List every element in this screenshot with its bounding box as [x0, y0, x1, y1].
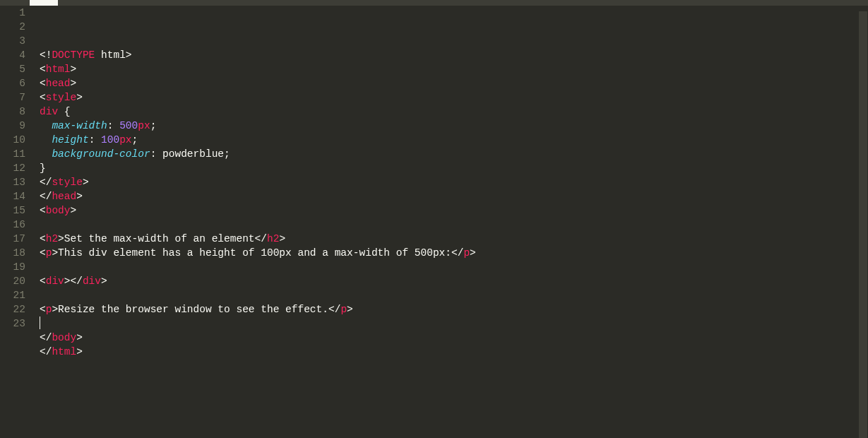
- code-token: ;: [150, 120, 157, 131]
- code-token: >: [76, 346, 83, 357]
- code-token: >: [279, 233, 285, 244]
- code-line[interactable]: <div></div>: [40, 274, 868, 288]
- code-line[interactable]: </head>: [40, 189, 868, 203]
- line-number: 17: [0, 232, 31, 246]
- code-line[interactable]: height: 100px;: [40, 133, 868, 147]
- line-number: 23: [0, 316, 31, 331]
- code-token: <: [40, 247, 46, 259]
- code-token: </: [40, 332, 52, 343]
- code-token: >Resize the browser window to see the ef…: [52, 304, 340, 315]
- code-token: h2: [46, 233, 58, 244]
- active-tab-indicator[interactable]: [30, 0, 58, 6]
- code-line[interactable]: </style>: [40, 175, 868, 189]
- code-token: >: [83, 177, 89, 188]
- line-number: 18: [0, 246, 31, 260]
- code-token: px: [119, 134, 131, 146]
- code-token: body: [52, 332, 76, 343]
- code-line[interactable]: <!DOCTYPE html>: [40, 48, 868, 62]
- code-token: style: [52, 177, 83, 188]
- code-token: :: [89, 134, 101, 146]
- code-line[interactable]: max-width: 500px;: [40, 119, 868, 133]
- line-number: 7: [0, 90, 31, 105]
- code-token: <: [40, 304, 46, 315]
- code-line[interactable]: [40, 316, 868, 331]
- code-token: ></: [64, 276, 83, 287]
- code-token: :: [107, 120, 119, 131]
- code-token: <: [40, 233, 46, 244]
- text-cursor: [40, 316, 40, 329]
- code-token: h2: [267, 233, 279, 244]
- code-token: px: [138, 120, 150, 131]
- code-token: 500: [119, 120, 138, 131]
- code-line[interactable]: [40, 359, 868, 373]
- line-number: 1: [0, 6, 31, 20]
- code-editor[interactable]: 1234567891011121314151617181920212223 <!…: [0, 6, 868, 438]
- line-number: 8: [0, 105, 31, 119]
- code-token: >This div element has a height of 100px …: [52, 247, 463, 259]
- line-number: 15: [0, 203, 31, 218]
- code-line[interactable]: <html>: [40, 62, 868, 76]
- line-number: 2: [0, 20, 31, 34]
- code-token: height: [52, 134, 88, 146]
- code-token: [40, 120, 52, 131]
- code-token: [40, 134, 52, 146]
- line-number: 12: [0, 161, 31, 175]
- code-token: <: [40, 92, 46, 103]
- line-number: 11: [0, 147, 31, 161]
- code-token: style: [46, 92, 77, 103]
- code-token: }: [40, 162, 46, 174]
- code-line[interactable]: div {: [40, 105, 868, 119]
- code-token: >: [126, 49, 132, 61]
- line-number: 4: [0, 48, 31, 62]
- code-token: <: [40, 276, 46, 287]
- code-token: [40, 148, 52, 160]
- scrollbar-thumb[interactable]: [859, 11, 867, 438]
- line-number: 13: [0, 175, 31, 189]
- code-line[interactable]: }: [40, 161, 868, 175]
- code-token: >: [470, 247, 476, 259]
- code-token: html: [46, 64, 71, 75]
- code-token: >: [71, 78, 77, 89]
- code-token: ;: [132, 134, 138, 146]
- code-line[interactable]: [40, 218, 868, 232]
- code-line[interactable]: <h2>Set the max-width of an element</h2>: [40, 232, 868, 246]
- code-token: <: [40, 64, 46, 75]
- code-token: div: [83, 276, 101, 287]
- code-token: [95, 49, 101, 61]
- line-number: 14: [0, 189, 31, 203]
- line-number: 22: [0, 302, 31, 316]
- code-line[interactable]: background-color: powderblue;: [40, 147, 868, 161]
- code-line[interactable]: [40, 260, 868, 274]
- code-token: body: [46, 205, 71, 216]
- line-number: 6: [0, 76, 31, 90]
- code-line[interactable]: <body>: [40, 203, 868, 218]
- vertical-scrollbar[interactable]: [858, 11, 868, 438]
- code-area[interactable]: <!DOCTYPE html><html><head><style>div { …: [31, 6, 868, 438]
- code-token: head: [46, 78, 71, 89]
- code-token: <: [40, 78, 46, 89]
- code-token: </: [40, 191, 52, 202]
- code-line[interactable]: <head>: [40, 76, 868, 90]
- code-token: >Set the max-width of an element</: [58, 233, 267, 244]
- code-line[interactable]: <style>: [40, 90, 868, 105]
- code-token: div: [46, 276, 64, 287]
- code-token: >: [76, 191, 83, 202]
- code-line[interactable]: <p>This div element has a height of 100p…: [40, 246, 868, 260]
- code-token: div: [40, 106, 58, 117]
- code-line[interactable]: [40, 288, 868, 302]
- code-token: >: [71, 64, 77, 75]
- code-token: {: [58, 106, 70, 117]
- code-token: background-color: [52, 148, 150, 160]
- code-token: </: [40, 346, 52, 357]
- code-line[interactable]: </body>: [40, 331, 868, 345]
- code-token: html: [52, 346, 76, 357]
- line-number: 10: [0, 133, 31, 147]
- code-line[interactable]: </html>: [40, 345, 868, 359]
- line-number: 20: [0, 274, 31, 288]
- code-line[interactable]: <p>Resize the browser window to see the …: [40, 302, 868, 316]
- code-token: >: [101, 276, 107, 287]
- line-number: 3: [0, 34, 31, 48]
- code-token: : powderblue;: [150, 148, 230, 160]
- code-token: </: [40, 177, 52, 188]
- line-number: 19: [0, 260, 31, 274]
